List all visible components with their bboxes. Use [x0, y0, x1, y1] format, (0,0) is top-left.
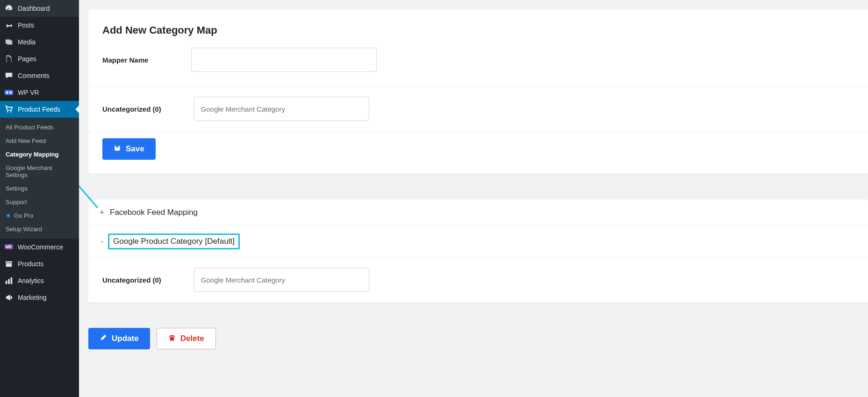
comment-icon — [5, 71, 13, 80]
trash-icon — [168, 334, 176, 344]
sidebar-label: Dashboard — [18, 5, 50, 12]
star-icon: ★ — [6, 212, 11, 219]
sub-label: Go Pro — [14, 212, 33, 219]
add-category-map-card: Add New Category Map Mapper Name Uncateg… — [88, 9, 868, 174]
mapping-accordion-card: + Facebook Feed Mapping - Google Product… — [88, 199, 868, 302]
sub-support[interactable]: Support — [0, 195, 79, 209]
sidebar-label: Products — [18, 260, 43, 268]
sidebar-item-products[interactable]: Products — [0, 255, 79, 272]
save-button-label: Save — [126, 144, 144, 154]
sidebar-submenu: All Product Feeds Add New Feed Category … — [0, 118, 79, 239]
uncategorized-label: Uncategorized (0) — [102, 105, 161, 113]
accordion-item-facebook[interactable]: + Facebook Feed Mapping — [88, 199, 868, 226]
svg-point-3 — [7, 111, 8, 113]
collapse-icon: - — [99, 237, 105, 247]
actions-row: Update Delete — [88, 328, 868, 349]
sidebar-item-media[interactable]: Media — [0, 34, 79, 50]
svg-rect-0 — [5, 90, 13, 95]
sub-all-product-feeds[interactable]: All Product Feeds — [0, 121, 79, 134]
sub-category-mapping[interactable]: Category Mapping — [0, 148, 79, 161]
uncategorized-label-2: Uncategorized (0) — [102, 276, 161, 284]
svg-rect-8 — [11, 277, 13, 284]
sub-go-pro[interactable]: ★Go Pro — [0, 209, 79, 222]
sidebar-label: Media — [18, 38, 36, 46]
sub-settings[interactable]: Settings — [0, 182, 79, 195]
bars-icon — [5, 276, 13, 285]
edit-icon — [100, 334, 107, 344]
sidebar-item-wpvr[interactable]: WP VR — [0, 84, 79, 101]
svg-rect-6 — [6, 281, 7, 284]
sidebar-label: Posts — [18, 21, 34, 29]
google-category-select-2[interactable]: Google Merchant Category — [194, 268, 369, 292]
svg-rect-7 — [8, 279, 10, 284]
woocommerce-icon — [5, 243, 13, 251]
vr-icon — [5, 88, 13, 97]
sidebar-label: Comments — [18, 72, 50, 79]
accordion-title: Facebook Feed Mapping — [110, 208, 198, 217]
delete-button-label: Delete — [180, 334, 204, 343]
accordion-item-google[interactable]: - Google Product Category [Default] — [88, 226, 868, 257]
update-button[interactable]: Update — [88, 328, 150, 349]
sub-setup-wizard[interactable]: Setup Wizard — [0, 222, 79, 236]
update-button-label: Update — [112, 334, 139, 343]
archive-icon — [5, 260, 13, 268]
sidebar-item-dashboard[interactable]: Dashboard — [0, 0, 79, 17]
accordion-title: Google Product Category [Default] — [113, 237, 235, 246]
megaphone-icon — [5, 293, 13, 302]
pin-icon — [5, 21, 13, 29]
sidebar-item-comments[interactable]: Comments — [0, 67, 79, 84]
sidebar-label: WP VR — [18, 89, 39, 96]
sub-google-merchant-settings[interactable]: Google Merchant Settings — [0, 161, 79, 182]
uncategorized-panel-top: Uncategorized (0) Google Merchant Catego… — [88, 86, 868, 132]
mapper-name-label: Mapper Name — [102, 56, 191, 64]
main-content: Add New Category Map Mapper Name Uncateg… — [79, 0, 868, 397]
google-category-select[interactable]: Google Merchant Category — [194, 97, 369, 121]
sidebar-label: Marketing — [18, 294, 46, 301]
media-icon — [5, 38, 13, 46]
sidebar-item-pages[interactable]: Pages — [0, 50, 79, 67]
expand-icon: + — [99, 208, 105, 218]
sidebar-item-analytics[interactable]: Analytics — [0, 272, 79, 289]
svg-point-2 — [10, 92, 12, 94]
mapper-name-input[interactable] — [191, 48, 377, 72]
sidebar-item-marketing[interactable]: Marketing — [0, 289, 79, 306]
sidebar-item-product-feeds[interactable]: Product Feeds — [0, 101, 79, 118]
pages-icon — [5, 55, 13, 63]
svg-point-1 — [6, 92, 8, 94]
uncategorized-panel-bottom: Uncategorized (0) Google Merchant Catego… — [88, 257, 868, 302]
sidebar: Dashboard Posts Media Pages Comments — [0, 0, 79, 397]
sidebar-item-posts[interactable]: Posts — [0, 17, 79, 34]
delete-button[interactable]: Delete — [157, 328, 216, 349]
sub-add-new-feed[interactable]: Add New Feed — [0, 134, 79, 148]
gauge-icon — [5, 4, 13, 13]
save-icon — [114, 144, 121, 154]
mapper-name-row: Mapper Name — [88, 48, 868, 86]
sidebar-label: Product Feeds — [18, 106, 60, 113]
page-title: Add New Category Map — [88, 9, 868, 48]
sidebar-label: Pages — [18, 55, 36, 63]
save-button[interactable]: Save — [102, 138, 156, 160]
cart-icon — [5, 105, 13, 113]
sidebar-item-woocommerce[interactable]: WooCommerce — [0, 239, 79, 255]
sidebar-label: WooCommerce — [18, 243, 63, 251]
svg-point-4 — [10, 111, 12, 113]
highlight-box: Google Product Category [Default] — [108, 234, 240, 249]
sidebar-label: Analytics — [18, 277, 44, 284]
